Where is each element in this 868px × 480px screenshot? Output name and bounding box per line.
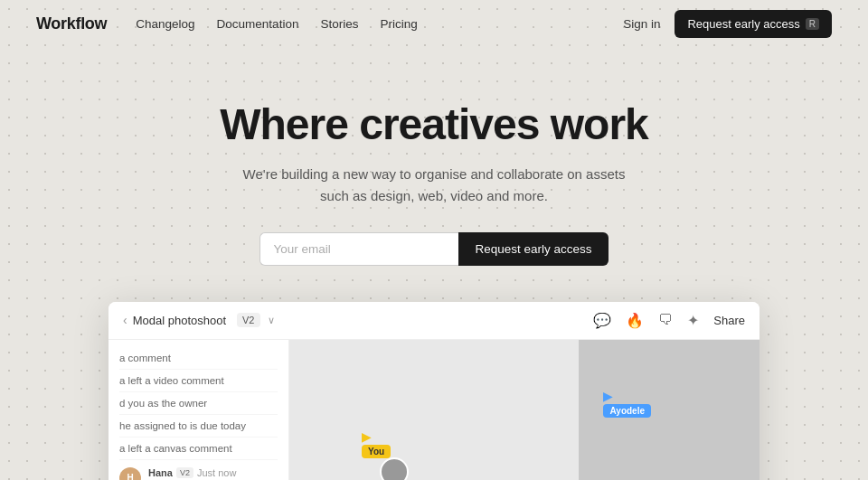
sparkle-icon[interactable]: ✦	[687, 312, 699, 329]
list-item: a comment	[119, 347, 278, 370]
hero-heading: Where creatives work	[18, 101, 850, 149]
canvas-area: ▶ You ▶ Ayodele ▶ Felix	[289, 340, 760, 480]
list-item: a left a video comment	[119, 370, 278, 392]
nav-stories[interactable]: Stories	[320, 17, 358, 31]
cursor-name-ayodele: Ayodele	[603, 404, 651, 418]
comment-text: a left a canvas comment	[119, 443, 232, 454]
list-item: a left a canvas comment	[119, 438, 278, 460]
nav-cta-label: Request early access	[687, 17, 799, 31]
version-badge: V2	[237, 313, 259, 327]
comment-text: a left a video comment	[119, 375, 224, 386]
breadcrumb-label: Modal photoshoot	[133, 314, 226, 327]
comments-panel: a comment a left a video comment d you a…	[108, 340, 289, 480]
canvas-avatar	[380, 457, 409, 480]
comment-text: he assigned to is due today	[119, 420, 246, 431]
nav-changelog[interactable]: Changelog	[136, 17, 194, 31]
nav-pricing[interactable]: Pricing	[380, 17, 417, 31]
share-button[interactable]: Share	[713, 314, 745, 327]
avatar-hana: H	[119, 467, 141, 480]
fire-icon[interactable]: 🔥	[626, 312, 644, 329]
dropdown-chevron-icon[interactable]: ∨	[268, 315, 275, 326]
list-item: d you as the owner	[119, 392, 278, 415]
signin-link[interactable]: Sign in	[623, 17, 660, 31]
comment-hana-content: Hana V2 Just now Hey team, have just add…	[148, 467, 278, 480]
navbar: Workflow Changelog Documentation Stories…	[0, 0, 868, 47]
nav-cta-button[interactable]: Request early access R	[675, 10, 832, 38]
comment-icon[interactable]: 💬	[593, 312, 611, 329]
cursor-arrow-ayodele: ▶	[603, 390, 613, 402]
breadcrumb-nav[interactable]: ‹ Modal photoshoot V2 ∨	[123, 313, 275, 327]
cursor-ayodele: ▶ Ayodele	[603, 390, 651, 418]
comment-hana: H Hana V2 Just now Hey team, have just a…	[119, 460, 278, 480]
logo[interactable]: Workflow	[36, 14, 107, 33]
topbar-icons: 💬 🔥 🗨 ✦	[593, 312, 699, 329]
cursor-you: ▶ You	[362, 430, 391, 458]
nav-right: Sign in Request early access R	[623, 10, 832, 38]
nav-links: Changelog Documentation Stories Pricing	[136, 17, 623, 31]
back-chevron-icon: ‹	[123, 313, 127, 327]
comment-meta: Hana V2 Just now	[148, 467, 278, 478]
app-topbar: ‹ Modal photoshoot V2 ∨ 💬 🔥 🗨 ✦ Share	[108, 302, 760, 340]
comment-text: a comment	[119, 353, 171, 363]
app-body: a comment a left a video comment d you a…	[108, 340, 760, 480]
commenter-badge: V2	[176, 467, 193, 478]
hero-subtext: We're building a new way to organise and…	[18, 164, 850, 207]
hero-cta-button[interactable]: Request early access	[458, 232, 608, 266]
hero-form: Request early access	[18, 232, 850, 266]
nav-documentation[interactable]: Documentation	[217, 17, 299, 31]
cursor-name-you: You	[362, 445, 391, 458]
list-item: he assigned to is due today	[119, 415, 278, 438]
cursor-arrow-you: ▶	[362, 430, 372, 443]
comment-text: d you as the owner	[119, 398, 207, 409]
app-preview: ‹ Modal photoshoot V2 ∨ 💬 🔥 🗨 ✦ Share a …	[108, 302, 760, 480]
email-input[interactable]	[259, 232, 458, 266]
chat-icon[interactable]: 🗨	[658, 312, 673, 328]
commenter-name: Hana	[148, 467, 173, 478]
comment-timestamp: Just now	[197, 467, 236, 478]
nav-cta-kbd: R	[806, 18, 819, 30]
hero-section: Where creatives work We're building a ne…	[0, 47, 868, 302]
